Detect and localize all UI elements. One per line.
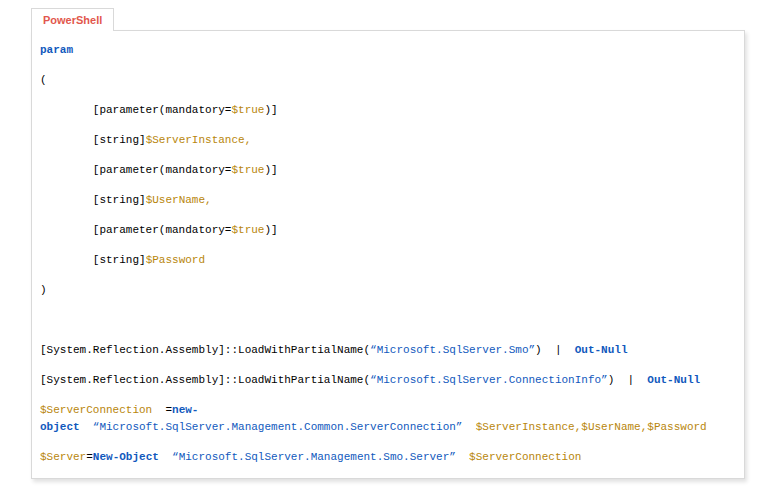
code-token: [parameter(mandatory= — [40, 104, 231, 116]
tab-row: PowerShell — [31, 8, 745, 31]
code-token: )] — [264, 104, 277, 116]
code-paragraph: ( — [40, 65, 736, 95]
code-token: )] — [264, 224, 277, 236]
code-paragraph: [string]$ServerInstance, — [40, 125, 736, 155]
code-paragraph: [string]$Password — [40, 245, 736, 275]
code-token — [456, 451, 469, 463]
code-line: [string]$UserName, — [40, 185, 736, 215]
code-token: $UserName, — [146, 194, 212, 206]
code-line: [string]$Password — [40, 245, 736, 275]
code-token: [string] — [40, 134, 146, 146]
code-token: [parameter(mandatory= — [40, 224, 231, 236]
code-token — [462, 421, 475, 433]
code-paragraph: [parameter(mandatory=$true)] — [40, 215, 736, 245]
code-line: [parameter(mandatory=$true)] — [40, 95, 736, 125]
code-line — [40, 305, 736, 335]
tab-powershell-label: PowerShell — [43, 14, 102, 26]
code-token: $Password — [146, 254, 205, 266]
code-paragraph: [System.Reflection.Assembly]::LoadWithPa… — [40, 365, 736, 395]
code-paragraph: param — [40, 35, 736, 65]
code-token: = — [86, 451, 93, 463]
code-line: $ServerConnection =new- — [40, 402, 736, 419]
code-line: [parameter(mandatory=$true)] — [40, 215, 736, 245]
code-token: ) | — [535, 344, 575, 356]
code-token: “Microsoft.SqlServer.Management.Common.S… — [93, 421, 463, 433]
code-paragraph: $ServerConnection =new-object “Microsoft… — [40, 395, 736, 442]
code-token: $ServerConnection — [469, 451, 581, 463]
code-token: Out-Null — [647, 374, 700, 386]
code-token: ) | — [608, 374, 648, 386]
code-paragraph: [parameter(mandatory=$true)] — [40, 95, 736, 125]
code-token: $ServerInstance, — [146, 134, 252, 146]
code-line: ) — [40, 275, 736, 305]
code-token: [System.Reflection.Assembly]::LoadWithPa… — [40, 374, 370, 386]
code-line: [parameter(mandatory=$true)] — [40, 155, 736, 185]
code-token: “Microsoft.SqlServer.Smo” — [370, 344, 535, 356]
code-token: “Microsoft.SqlServer.Management.Smo.Serv… — [172, 451, 456, 463]
code-token: $ServerConnection — [40, 404, 152, 416]
code-token: [System.Reflection.Assembly]::LoadWithPa… — [40, 344, 370, 356]
code-paragraph: ) — [40, 275, 736, 305]
tab-powershell[interactable]: PowerShell — [31, 8, 114, 31]
code-paragraph: [System.Reflection.Assembly]::LoadWithPa… — [40, 335, 736, 365]
code-paragraph — [40, 305, 736, 335]
code-token: [string] — [40, 194, 146, 206]
code-token: new- — [172, 404, 198, 416]
code-paragraph: $Server=New-Object “Microsoft.SqlServer.… — [40, 442, 736, 472]
code-token: $ServerInstance,$UserName,$Password — [476, 421, 707, 433]
code-token: “Microsoft.SqlServer.ConnectionInfo” — [370, 374, 608, 386]
code-line: object “Microsoft.SqlServer.Management.C… — [40, 419, 736, 436]
code-line: ( — [40, 65, 736, 95]
code-snippet-panel: PowerShell param( [parameter(mandatory=$… — [0, 0, 771, 479]
code-line: $Server=New-Object “Microsoft.SqlServer.… — [40, 442, 736, 472]
code-token: object — [40, 421, 80, 433]
code-token: [parameter(mandatory= — [40, 164, 231, 176]
code-token: $true — [231, 104, 264, 116]
code-line: [System.Reflection.Assembly]::LoadWithPa… — [40, 365, 736, 395]
page: PowerShell param( [parameter(mandatory=$… — [0, 0, 771, 492]
code-line: [System.Reflection.Assembly]::LoadWithPa… — [40, 335, 736, 365]
code-block: param( [parameter(mandatory=$true)] [str… — [31, 30, 745, 479]
code-token: = — [152, 404, 172, 416]
code-token: )] — [264, 164, 277, 176]
code-token: $Server — [40, 451, 86, 463]
code-token: ) — [40, 284, 47, 296]
code-token — [80, 421, 93, 433]
code-paragraph: [string]$UserName, — [40, 185, 736, 215]
code-token: $true — [231, 164, 264, 176]
code-token — [159, 451, 172, 463]
code-token: $true — [231, 224, 264, 236]
code-line: [string]$ServerInstance, — [40, 125, 736, 155]
code-token: New-Object — [93, 451, 159, 463]
code-token: ( — [40, 74, 47, 86]
code-token: Out-Null — [575, 344, 628, 356]
code-token: [string] — [40, 254, 146, 266]
code-paragraph: [parameter(mandatory=$true)] — [40, 155, 736, 185]
code-line: param — [40, 35, 736, 65]
code-token: param — [40, 44, 73, 56]
